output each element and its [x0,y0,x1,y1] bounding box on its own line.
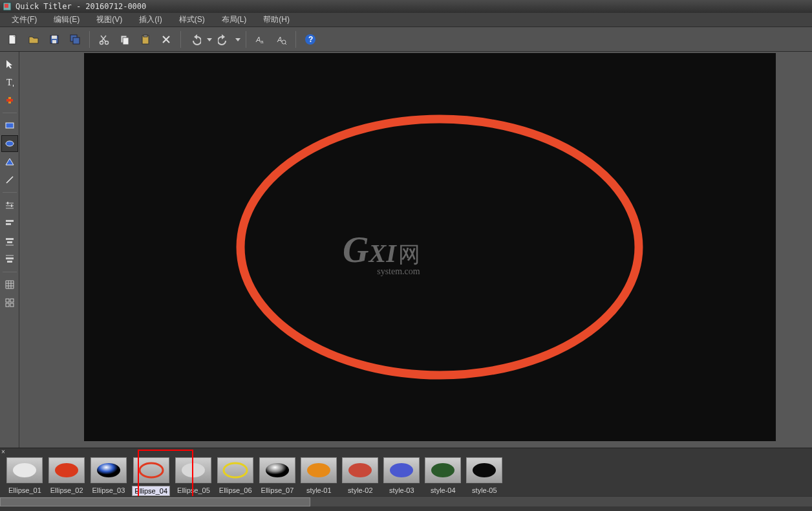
open-button[interactable] [25,30,43,49]
style-label: style-05 [470,486,499,495]
separator [3,272,17,272]
pointer-tool[interactable] [1,56,18,72]
align-tool-3[interactable] [1,251,18,268]
menu-edit[interactable]: 编辑(E) [46,13,87,27]
svg-text:T: T [6,78,12,87]
svg-rect-45 [6,223,11,225]
rectangle-tool[interactable] [1,117,18,134]
align-tool-2[interactable] [1,233,18,250]
svg-rect-44 [6,220,14,222]
style-thumbnail [175,457,211,483]
undo-dropdown[interactable] [207,30,212,49]
text-style-b-button[interactable]: A [272,30,290,49]
style-item-Ellipse_02[interactable]: Ellipse_02 [48,457,85,495]
style-item-Ellipse_04[interactable]: Ellipse_04 [132,457,170,496]
horizontal-scrollbar[interactable] [0,496,812,506]
svg-rect-32 [13,85,14,87]
copy-button[interactable] [116,30,134,49]
svg-rect-8 [73,38,80,44]
svg-rect-52 [6,299,9,302]
save-as-button[interactable] [66,30,84,49]
style-panel: × Ellipse_01Ellipse_02Ellipse_03Ellipse_… [0,448,812,511]
help-button[interactable]: ? [301,30,319,49]
style-label: style-01 [304,486,334,495]
style-item-Ellipse_06[interactable]: Ellipse_06 [217,457,254,495]
crop-tool[interactable] [1,92,18,109]
separator [3,113,17,113]
svg-rect-34 [6,99,13,102]
menu-file[interactable]: 文件(F) [4,13,45,27]
style-thumbnail [425,457,461,483]
menu-insert[interactable]: 插入(I) [131,13,169,27]
text-style-a-button[interactable]: Aa [251,30,270,49]
style-thumbnail [259,457,295,483]
style-thumbnail [342,457,378,483]
style-thumbnail [6,457,43,483]
style-item-style-01[interactable]: style-01 [301,457,337,495]
delete-button[interactable] [157,30,175,49]
redo-button[interactable] [215,30,233,49]
svg-rect-47 [7,241,12,243]
svg-rect-46 [6,238,14,240]
style-label: Ellipse_06 [217,486,254,495]
panel-close-button[interactable]: × [0,448,812,457]
svg-text:a: a [261,39,264,45]
svg-point-62 [224,463,247,477]
style-item-style-03[interactable]: style-03 [383,457,420,495]
redo-dropdown[interactable] [235,30,240,49]
grid-tool-2[interactable] [1,294,18,311]
ellipse-shape[interactable] [233,111,646,383]
align-tool-1[interactable] [1,215,18,232]
svg-rect-55 [10,303,14,307]
separator [246,31,246,48]
save-button[interactable] [45,30,63,49]
adjust-tool-1[interactable] [1,197,18,213]
svg-rect-53 [10,299,14,302]
style-thumbnail [91,457,127,483]
svg-line-27 [285,43,286,45]
style-thumbnail [133,457,169,483]
style-item-Ellipse_03[interactable]: Ellipse_03 [91,457,127,495]
svg-rect-1 [5,4,8,8]
undo-button[interactable] [186,30,204,49]
svg-rect-35 [6,123,14,128]
menu-view[interactable]: 视图(V) [89,13,130,27]
svg-marker-21 [222,34,225,39]
menu-help[interactable]: 帮助(H) [255,13,297,27]
window-title: Quick Titler - 20160712-0000 [16,2,146,11]
text-tool[interactable]: T [1,74,18,91]
svg-rect-51 [7,261,12,263]
svg-marker-22 [235,38,240,41]
style-item-Ellipse_01[interactable]: Ellipse_01 [6,457,43,495]
style-item-Ellipse_05[interactable]: Ellipse_05 [175,457,212,495]
svg-marker-30 [6,60,12,69]
scrollbar-thumb[interactable] [0,497,310,506]
new-button[interactable] [4,30,22,49]
style-item-style-04[interactable]: style-04 [425,457,461,495]
svg-rect-6 [52,40,56,43]
svg-point-58 [55,463,78,477]
triangle-tool[interactable] [1,153,18,170]
canvas[interactable]: GXI 网 system.com [84,53,776,441]
grid-tool-1[interactable] [1,276,18,293]
line-tool[interactable] [1,171,18,188]
svg-text:A: A [277,36,282,43]
separator [89,31,90,48]
toolbar: Aa A ? [0,27,812,52]
cut-button[interactable] [95,30,113,49]
style-item-Ellipse_07[interactable]: Ellipse_07 [259,457,296,495]
menu-style[interactable]: 样式(S) [171,13,213,27]
svg-point-63 [266,463,289,477]
svg-rect-5 [52,36,57,39]
style-thumbnail [301,457,337,483]
svg-marker-19 [194,34,197,39]
style-item-style-05[interactable]: style-05 [466,457,502,495]
watermark-text: 网 [398,243,420,266]
ellipse-tool[interactable] [1,135,18,152]
svg-point-68 [473,463,496,477]
watermark-text: G [343,230,369,270]
style-item-style-02[interactable]: style-02 [342,457,378,495]
style-thumbnail [466,457,502,483]
paste-button[interactable] [136,30,155,49]
menu-layout[interactable]: 布局(L) [214,13,255,27]
